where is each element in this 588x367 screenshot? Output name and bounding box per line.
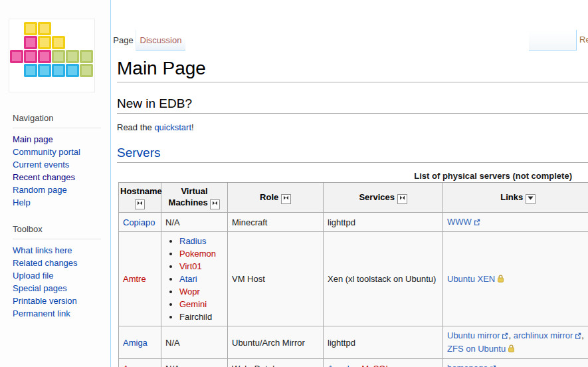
role-cell: Minecraft [228,213,324,232]
vm-link[interactable]: Radius [179,236,206,246]
cell-link[interactable]: MySQL [361,364,390,367]
sidebar-item-help: Help [13,196,106,209]
hostname-link[interactable]: Amon [123,364,146,367]
vm-link[interactable]: Atari [179,274,197,284]
logo-empty-cell [80,36,93,49]
cell-link[interactable]: Ubuntu XEN [447,274,495,284]
col-header-services[interactable]: Services [324,183,443,213]
sidebar-item-printable-version: Printable version [13,295,106,307]
external-link-icon [474,217,480,227]
logo-block-green [80,50,93,63]
role-cell: Web, Database, [228,359,324,367]
col-header-label: Role [260,192,278,202]
sidebar-item-random-page: Random page [13,184,106,196]
separator-text: , [508,330,513,340]
cell-text: Xen (xl toolstack on Ubuntu) [328,274,436,284]
https-lock-icon [497,275,504,285]
sidebar-link[interactable]: Printable version [13,296,77,306]
sidebar-link[interactable]: Help [13,197,31,207]
logo-block-blue [52,64,65,77]
sidebar-link[interactable]: Random page [13,185,67,195]
tab-discussion[interactable]: Discussion [136,30,185,51]
sidebar-link[interactable]: What links here [13,245,72,255]
intro-paragraph: Read the quickstart! [117,122,588,132]
role-cell: VM Host [228,232,324,326]
wiki-logo[interactable] [9,19,95,92]
sort-icon [135,199,145,209]
sidebar-link[interactable]: Upload file [13,271,53,281]
logo-blocks-grid [9,19,94,80]
col-header-role[interactable]: Role [228,183,324,213]
quickstart-link[interactable]: quickstart [154,122,191,132]
logo-block-green [80,64,93,77]
sidebar-link[interactable]: Community portal [13,147,80,157]
logo-empty-cell [10,22,23,35]
cell-link[interactable]: archlinux mirror [514,330,573,340]
external-link-icon [575,331,581,341]
hostname-cell: Amon [119,359,161,367]
sidebar-link[interactable]: Permanent link [13,308,70,318]
virtual-machines-cell: N/A [161,359,228,367]
services-cell: Apache, MySQL [324,359,443,367]
col-header-virtual-machines[interactable]: Virtual Machines [161,183,228,213]
vm-link[interactable]: Pokemon [179,249,216,259]
cell-link[interactable]: Ubuntu mirror [447,330,500,340]
sidebar-link[interactable]: Related changes [13,258,78,268]
sidebar-item-main-page: Main page [13,133,106,146]
logo-block-pink [10,50,23,63]
sidebar-link[interactable]: Recent changes [13,172,75,182]
cell-link[interactable]: ZFS on Ubuntu [447,344,506,354]
logo-block-blue [66,64,79,77]
sidebar-link[interactable]: Special pages [13,283,67,293]
vm-list-item: Atari [179,273,223,285]
external-link-icon [490,364,496,367]
sidebar-link[interactable]: Current events [13,160,69,170]
cell-text: lighttpd [328,217,355,227]
cell-link[interactable]: homepage [447,363,488,367]
hostname-link[interactable]: Copiapo [123,217,155,227]
page-title: Main Page [117,59,588,82]
col-header-links[interactable]: Links [443,183,588,213]
vm-list-item: Wopr [179,285,223,298]
hostname-cell: Amtre [119,232,161,326]
logo-block-pink [24,36,37,49]
servers-heading-link[interactable]: Servers [117,146,160,160]
logo-block-pink [38,50,51,63]
logo-block-blue [38,64,51,77]
hostname-cell: Copiapo [119,213,161,232]
sidebar-item-current-events: Current events [13,158,106,171]
vm-link[interactable]: Wopr [179,287,200,297]
sidebar-section-navigation: NavigationMain pageCommunity portalCurre… [13,114,106,209]
vm-list: RadiusPokemonVirt01AtariWoprGeminiFairch… [165,235,223,323]
external-link-icon [502,331,508,341]
intro-text-suffix: ! [191,122,194,132]
tab-page[interactable]: Page [111,30,136,50]
vm-link[interactable]: Gemini [179,299,207,309]
vm-link[interactable]: Virt01 [179,261,202,271]
section-heading-servers: Servers [117,146,588,163]
sidebar-link[interactable]: Main page [13,134,53,144]
col-header-label: Services [359,192,395,202]
filter-dropdown-icon [526,194,536,204]
logo-block-yellow [38,22,51,35]
https-lock-icon [508,344,515,354]
sidebar-item-related-changes: Related changes [13,257,106,269]
vm-list-item: Virt01 [179,260,223,273]
sidebar-link-list: Main pageCommunity portalCurrent eventsR… [13,133,106,209]
cell-link[interactable]: WWW [447,217,472,227]
tab-read[interactable]: Read [579,35,588,45]
hostname-link[interactable]: Amiga [123,338,147,348]
intro-text-prefix: Read the [117,122,154,132]
servers-table: Hostname Virtual Machines Role Services … [118,182,588,367]
links-cell: Ubuntu mirror, archlinux mirror, ZFS on … [443,326,588,359]
cell-link[interactable]: Apache [328,364,357,367]
hostname-link[interactable]: Amtre [123,274,146,284]
col-header-label: Links [500,192,523,202]
logo-empty-cell [52,22,65,35]
links-cell: WWW [443,213,588,232]
logo-block-yellow [38,36,51,49]
sidebar-item-recent-changes: Recent changes [13,171,106,184]
col-header-hostname[interactable]: Hostname [119,183,161,213]
server-row: CopiapoN/AMinecraftlighttpdWWW [119,213,588,232]
table-caption: List of physical servers (not complete) [118,171,588,181]
